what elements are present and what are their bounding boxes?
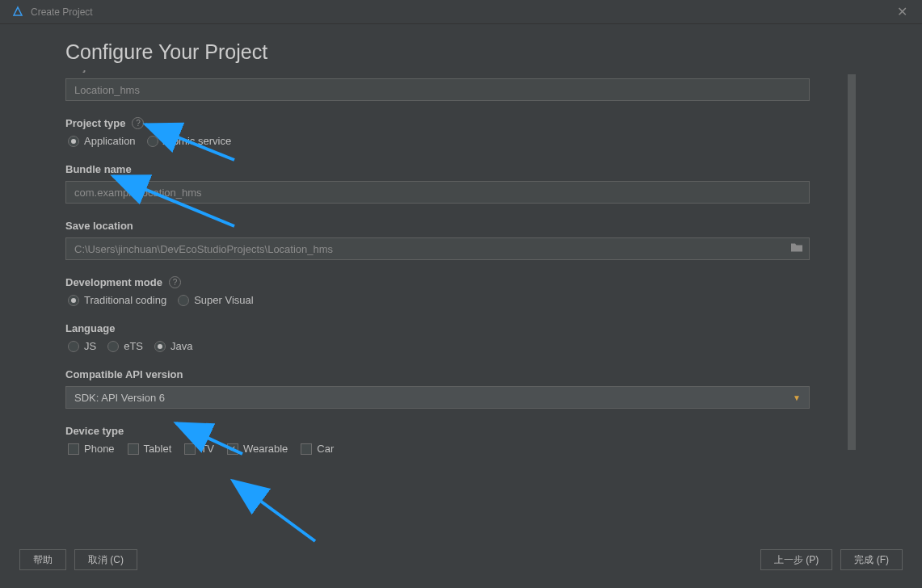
form-scroll: Project name Project type ? Application … — [65, 70, 856, 455]
save-location-label: Save location — [65, 220, 856, 232]
checkbox-icon — [68, 443, 79, 455]
project-type-label: Project type ? — [65, 117, 856, 129]
finish-button[interactable]: 完成 (F) — [840, 549, 903, 570]
checkbox-icon — [301, 443, 312, 455]
language-radios: JS eTS Java — [68, 340, 856, 352]
radio-js[interactable]: JS — [68, 340, 96, 352]
radio-icon — [147, 136, 158, 147]
check-phone[interactable]: Phone — [68, 443, 115, 455]
bundle-name-input[interactable] — [65, 181, 810, 204]
help-icon[interactable]: ? — [169, 276, 181, 288]
radio-icon — [68, 341, 79, 352]
project-type-radios: Application Atomic service — [68, 135, 856, 147]
app-logo-icon — [11, 6, 24, 19]
page-title: Configure Your Project — [65, 40, 856, 64]
check-wearable[interactable]: Wearable — [227, 443, 288, 455]
close-icon[interactable]: ✕ — [890, 0, 914, 24]
radio-atomic-service[interactable]: Atomic service — [147, 135, 232, 147]
chevron-down-icon: ▼ — [793, 393, 801, 402]
titlebar-left: Create Project — [11, 6, 93, 19]
dev-mode-radios: Traditional coding Super Visual — [68, 294, 856, 306]
project-name-label: Project name — [65, 70, 856, 73]
cancel-button[interactable]: 取消 (C) — [74, 549, 137, 570]
radio-application[interactable]: Application — [68, 135, 136, 147]
checkbox-icon — [128, 443, 139, 455]
scrollbar[interactable] — [848, 74, 856, 466]
radio-icon — [178, 295, 189, 306]
radio-java[interactable]: Java — [154, 340, 192, 352]
radio-ets[interactable]: eTS — [107, 340, 143, 352]
radio-icon — [107, 341, 119, 352]
bundle-name-label: Bundle name — [65, 163, 856, 175]
api-version-select[interactable]: SDK: API Version 6 ▼ — [65, 386, 810, 409]
radio-icon — [68, 136, 79, 147]
radio-traditional-coding[interactable]: Traditional coding — [68, 294, 166, 306]
device-type-label: Device type — [65, 425, 856, 437]
scrollbar-thumb[interactable] — [848, 74, 856, 450]
language-label: Language — [65, 322, 856, 334]
check-car[interactable]: Car — [301, 443, 334, 455]
device-type-checks: Phone Tablet TV Wearable Car — [68, 443, 856, 455]
api-version-value: SDK: API Version 6 — [74, 392, 165, 404]
titlebar: Create Project ✕ — [0, 0, 922, 24]
api-version-label: Compatible API version — [65, 368, 856, 380]
check-tablet[interactable]: Tablet — [128, 443, 172, 455]
help-button[interactable]: 帮助 — [19, 549, 66, 570]
content: Configure Your Project Project name Proj… — [0, 24, 922, 531]
radio-icon — [68, 295, 79, 306]
folder-icon[interactable] — [790, 242, 803, 256]
help-icon[interactable]: ? — [132, 117, 144, 129]
checkbox-icon — [227, 443, 238, 455]
save-location-input[interactable] — [65, 237, 810, 260]
dev-mode-label: Development mode ? — [65, 276, 856, 288]
form-area: Project name Project type ? Application … — [65, 70, 856, 490]
project-name-input[interactable] — [65, 78, 810, 101]
radio-super-visual[interactable]: Super Visual — [178, 294, 253, 306]
check-tv[interactable]: TV — [184, 443, 214, 455]
footer: 帮助 取消 (C) 上一步 (P) 完成 (F) — [0, 531, 922, 588]
checkbox-icon — [184, 443, 196, 455]
radio-icon — [154, 341, 166, 352]
prev-button[interactable]: 上一步 (P) — [760, 549, 832, 570]
window-title: Create Project — [31, 6, 93, 18]
